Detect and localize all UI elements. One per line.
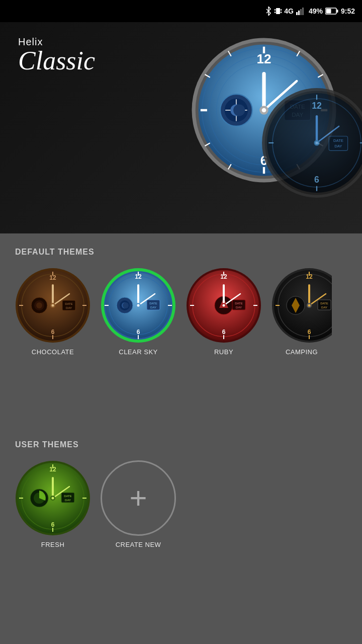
chocolate-watch[interactable]: 12 6 DATE DAY <box>15 268 90 343</box>
clearsky-watch-svg: 12 6 DATE DAY <box>101 268 176 343</box>
network-4g: 4G <box>284 7 294 15</box>
svg-rect-0 <box>276 8 280 14</box>
svg-rect-4 <box>281 12 282 13</box>
default-themes-section: DEFAULT THEMES 12 <box>0 233 362 366</box>
user-themes-row: 12 6 DATE DAY <box>15 460 347 548</box>
clearsky-label: CLEAR SKY <box>119 348 157 356</box>
svg-text:6: 6 <box>314 175 319 185</box>
themes-spacer <box>0 366 362 426</box>
svg-text:DATE: DATE <box>235 302 243 305</box>
fresh-watch-svg: 12 6 DATE DAY <box>15 460 90 536</box>
status-icons: 4G 49% 9:52 <box>265 7 355 16</box>
hero-watch-secondary-svg: 12 6 DATE DAY <box>261 88 362 198</box>
user-themes-title: USER THEMES <box>15 440 347 449</box>
svg-point-103 <box>137 304 140 307</box>
default-themes-title: DEFAULT THEMES <box>15 248 347 257</box>
chocolate-watch-svg: 12 6 DATE DAY <box>15 268 90 343</box>
svg-text:DAY: DAY <box>150 306 156 309</box>
default-themes-row: 12 6 DATE DAY <box>15 268 347 356</box>
svg-rect-6 <box>298 11 300 15</box>
svg-rect-7 <box>300 9 302 15</box>
ruby-watch[interactable]: 12 6 DATE DAY <box>186 268 261 343</box>
svg-point-39 <box>233 104 245 116</box>
svg-point-157 <box>52 497 54 500</box>
svg-rect-5 <box>296 12 298 15</box>
svg-text:DAY: DAY <box>334 144 342 148</box>
svg-text:12: 12 <box>256 51 271 66</box>
svg-text:DATE: DATE <box>149 302 157 305</box>
chocolate-label: CHOCOLATE <box>32 348 74 356</box>
svg-rect-2 <box>275 12 276 13</box>
status-bar: 4G 49% 9:52 <box>0 0 362 22</box>
create-new-label: CREATE NEW <box>116 541 161 548</box>
camping-watch-svg: 12 6 DATE DAY <box>272 268 332 343</box>
app-title: Classic <box>18 48 95 74</box>
theme-ruby[interactable]: 12 6 DATE DAY <box>186 268 261 356</box>
svg-text:DAY: DAY <box>321 306 327 309</box>
signal-icon <box>296 7 306 15</box>
vibrate-icon <box>275 7 282 16</box>
svg-rect-10 <box>336 10 338 13</box>
svg-text:DATE: DATE <box>320 302 328 305</box>
clock-time: 9:52 <box>341 7 355 15</box>
theme-chocolate[interactable]: 12 6 DATE DAY <box>15 268 90 356</box>
svg-point-82 <box>52 304 54 307</box>
battery-icon <box>325 8 338 15</box>
svg-text:DAY: DAY <box>236 306 242 309</box>
theme-fresh[interactable]: 12 6 DATE DAY <box>15 460 90 548</box>
svg-rect-8 <box>302 8 304 15</box>
svg-rect-1 <box>275 9 276 11</box>
svg-text:DAY: DAY <box>65 499 71 502</box>
svg-point-63 <box>315 141 318 144</box>
battery-percent: 49% <box>309 7 323 15</box>
fresh-watch[interactable]: 12 6 DATE DAY <box>15 460 90 536</box>
hero-section: Helix Classic <box>0 22 362 233</box>
theme-camping[interactable]: 12 6 DATE DAY <box>272 268 332 356</box>
fresh-label: FRESH <box>41 541 65 548</box>
svg-rect-3 <box>281 9 282 11</box>
svg-text:12: 12 <box>312 101 322 111</box>
svg-text:6: 6 <box>308 329 311 336</box>
create-new-button[interactable]: + <box>101 460 176 536</box>
bluetooth-icon <box>265 7 272 16</box>
svg-text:6: 6 <box>51 521 55 528</box>
svg-point-75 <box>36 302 42 308</box>
plus-icon: + <box>129 483 147 513</box>
camping-watch[interactable]: 12 6 DATE DAY <box>272 268 332 343</box>
svg-text:6: 6 <box>222 329 226 336</box>
hero-title: Helix Classic <box>18 36 95 74</box>
theme-create-new[interactable]: + CREATE NEW <box>101 460 176 548</box>
svg-text:6: 6 <box>137 329 140 336</box>
svg-text:DAY: DAY <box>66 306 72 309</box>
svg-rect-11 <box>326 9 331 14</box>
hero-watch-secondary: 12 6 DATE DAY <box>261 88 362 198</box>
ruby-label: RUBY <box>214 348 233 356</box>
content-area: DEFAULT THEMES 12 <box>0 233 362 644</box>
camping-label: CAMPING <box>286 348 318 356</box>
theme-clearsky[interactable]: 12 6 DATE DAY <box>101 268 176 356</box>
clearsky-watch[interactable]: 12 6 DATE DAY <box>101 268 176 343</box>
svg-point-139 <box>308 304 311 307</box>
svg-point-121 <box>223 304 225 307</box>
user-themes-section: USER THEMES 12 <box>0 426 362 558</box>
svg-point-96 <box>123 302 129 308</box>
svg-text:DATE: DATE <box>65 302 73 305</box>
svg-text:DATE: DATE <box>64 495 72 498</box>
ruby-watch-svg: 12 6 DATE DAY <box>186 268 261 343</box>
svg-text:6: 6 <box>51 329 55 336</box>
svg-text:DATE: DATE <box>333 138 343 143</box>
